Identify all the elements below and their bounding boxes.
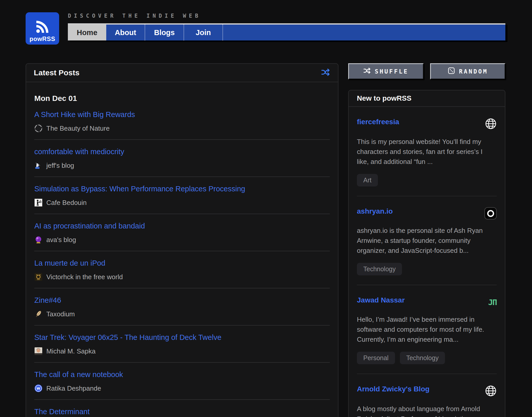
page: powRSS DISCOVER THE INDIE WEB Home About…: [0, 0, 532, 417]
shuffle-button[interactable]: SHUFFLE: [348, 63, 424, 79]
svg-text:W: W: [37, 387, 40, 390]
date-heading: Mon Dec 01: [34, 94, 330, 103]
blog-entry: fiercefreesia Th: [357, 107, 497, 196]
blog-entry-link[interactable]: fiercefreesia: [357, 118, 399, 126]
post-meta: Taxodium: [34, 310, 330, 318]
new-blogs-list: fiercefreesia Th: [349, 107, 505, 417]
post-title-link[interactable]: Simulation as Bypass: When Performance R…: [34, 184, 245, 194]
blog-entry: ashryan.io ashryan.io is the personal si…: [357, 196, 497, 285]
powrss-logo[interactable]: powRSS: [26, 12, 59, 45]
post-title-link[interactable]: Star Trek: Voyager 06x25 - The Haunting …: [34, 332, 221, 342]
tag-row: Personal Technology: [357, 352, 497, 364]
tab-join[interactable]: Join: [184, 25, 222, 40]
posts-list: Mon Dec 01 A Short Hike with Big Rewards: [26, 94, 338, 417]
tag-row: Technology: [357, 263, 497, 275]
blog-entry: Jawad Nassar JΠ Hello, I’m Jawad! I’ve b…: [357, 285, 497, 374]
blog-name: Victorhck in the free world: [46, 273, 123, 281]
post-item: The call of a new notebook W Ratika Desh…: [34, 363, 330, 400]
blog-entry: Arnold Zwicky's Blog: [357, 374, 497, 417]
blog-entry-link[interactable]: Arnold Zwicky's Blog: [357, 385, 430, 393]
header-right: DISCOVER THE INDIE WEB Home About Blogs …: [68, 12, 505, 40]
blog-name: Michał M. Sapka: [46, 347, 95, 355]
tag-chip[interactable]: Art: [357, 174, 378, 186]
main-content: Latest Posts Mon Dec 01 A Short Hike wit…: [26, 63, 505, 417]
dice-icon: [448, 67, 455, 76]
post-item: Simulation as Bypass: When Performance R…: [34, 177, 330, 214]
site-header: powRSS DISCOVER THE INDIE WEB Home About…: [26, 12, 505, 45]
blog-description: Hello, I’m Jawad! I’ve been immersed in …: [357, 315, 493, 345]
sidebar-buttons: SHUFFLE RANDOM: [348, 63, 505, 79]
jn-monogram-icon: JΠ: [488, 296, 497, 308]
blog-description: This is my personal website! You’ll find…: [357, 137, 493, 167]
rss-icon: [34, 18, 51, 35]
random-button[interactable]: RANDOM: [430, 63, 506, 79]
tab-home[interactable]: Home: [68, 25, 106, 40]
ring-logo-icon: [484, 207, 497, 220]
post-item: Star Trek: Voyager 06x25 - The Haunting …: [34, 326, 330, 363]
tag-chip[interactable]: Technology: [400, 352, 445, 364]
cafe-figure-favicon: [34, 199, 42, 207]
pixel-fisher-favicon: [34, 161, 42, 170]
entry-header: Jawad Nassar JΠ: [357, 296, 497, 308]
tab-blogs[interactable]: Blogs: [145, 25, 184, 40]
tab-about[interactable]: About: [106, 25, 145, 40]
nav-separator: [222, 25, 223, 40]
blog-name: jeff's blog: [46, 162, 74, 170]
tag-chip[interactable]: Personal: [357, 352, 395, 364]
shuffle-icon[interactable]: [321, 68, 330, 78]
new-to-powrss-title: New to powRSS: [357, 94, 411, 102]
tag-chip[interactable]: Technology: [357, 263, 402, 275]
blog-entry-link[interactable]: Jawad Nassar: [357, 296, 405, 304]
new-to-powrss-panel: New to powRSS fiercefreesia: [348, 90, 505, 417]
latest-posts-title: Latest Posts: [34, 68, 79, 77]
latest-posts-panel: Latest Posts Mon Dec 01 A Short Hike wit…: [26, 63, 338, 417]
post-item: La muerte de un iPod Victorhck in the fr…: [34, 251, 330, 288]
post-item: The Determinant: [34, 400, 330, 417]
post-item: Zine#46 Taxodium: [34, 288, 330, 326]
post-title-link[interactable]: Zine#46: [34, 295, 61, 305]
latest-posts-header: Latest Posts: [26, 64, 338, 82]
feather-favicon: [34, 310, 42, 318]
crystal-ball-favicon: [34, 236, 42, 244]
post-title-link[interactable]: The Determinant: [34, 407, 90, 416]
random-button-label: RANDOM: [459, 68, 488, 75]
post-meta: ava's blog: [34, 236, 330, 244]
entry-header: ashryan.io: [357, 207, 497, 220]
post-title-link[interactable]: The call of a new notebook: [34, 370, 123, 379]
blog-entry-link[interactable]: ashryan.io: [357, 207, 393, 215]
gnu-favicon: [34, 273, 42, 281]
blog-name: Ratika Deshpande: [46, 384, 101, 392]
entry-header: Arnold Zwicky's Blog: [357, 385, 497, 398]
post-meta: Cafe Bedouin: [34, 199, 330, 207]
blog-name: Cafe Bedouin: [46, 199, 87, 207]
globe-icon: [485, 385, 497, 398]
post-meta: jeff's blog: [34, 161, 330, 170]
post-title-link[interactable]: comfortable with mediocrity: [34, 147, 124, 157]
shuffle-icon: [363, 67, 371, 76]
globe-icon: [485, 118, 497, 131]
logo-text: powRSS: [29, 35, 55, 43]
blog-name: ava's blog: [46, 236, 76, 244]
post-item: AI as procrastination and bandaid ava's …: [34, 214, 330, 251]
blog-name: The Beauty of Nature: [46, 124, 110, 132]
post-item: comfortable with mediocrity jeff's b: [34, 140, 330, 177]
new-to-powrss-header: New to powRSS: [349, 90, 505, 107]
post-meta: The Beauty of Nature: [34, 124, 330, 132]
blog-name: Taxodium: [46, 310, 75, 318]
blog-description: A blog mostly about language from Arnold…: [357, 404, 493, 417]
site-tagline: DISCOVER THE INDIE WEB: [68, 13, 505, 19]
aperture-favicon: [34, 124, 42, 132]
portrait-favicon: [34, 347, 42, 355]
shuffle-button-label: SHUFFLE: [375, 68, 409, 75]
blog-description: ashryan.io is the personal site of Ash R…: [357, 226, 493, 256]
post-meta: Michał M. Sapka: [34, 347, 330, 355]
post-title-link[interactable]: A Short Hike with Big Rewards: [34, 110, 135, 119]
post-title-link[interactable]: La muerte de un iPod: [34, 258, 105, 268]
entry-header: fiercefreesia: [357, 118, 497, 131]
post-item: A Short Hike with Big Rewards: [34, 103, 330, 140]
tag-row: Art: [357, 174, 497, 186]
sidebar: SHUFFLE RANDOM New to: [348, 63, 505, 417]
post-title-link[interactable]: AI as procrastination and bandaid: [34, 221, 145, 231]
post-meta: Victorhck in the free world: [34, 273, 330, 281]
wordpress-favicon: W: [34, 384, 42, 392]
